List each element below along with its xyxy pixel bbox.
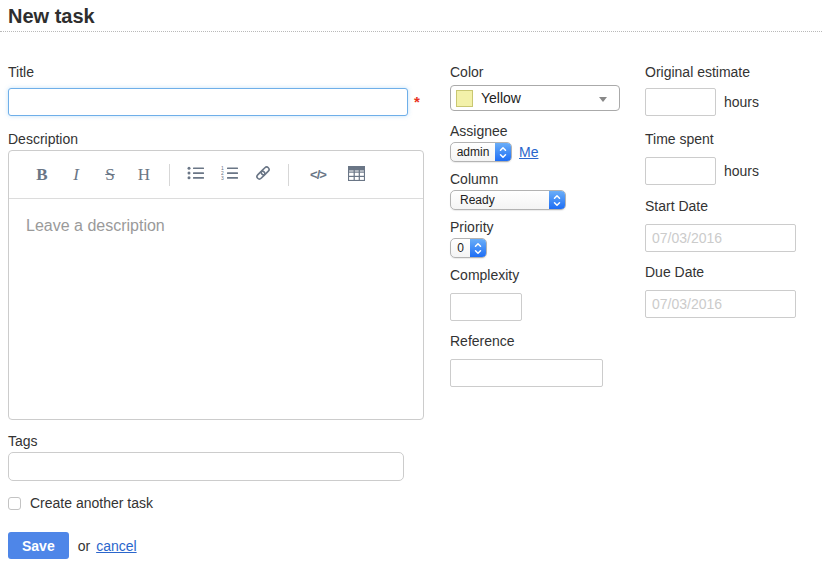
- select-stepper-icon: [470, 239, 486, 257]
- code-button[interactable]: </>: [305, 165, 331, 185]
- color-selected-value: Yellow: [481, 90, 521, 106]
- priority-select[interactable]: 0: [450, 238, 487, 258]
- ordered-list-icon: 123: [221, 165, 238, 184]
- unordered-list-button[interactable]: [186, 165, 204, 185]
- create-another-checkbox[interactable]: [8, 497, 21, 510]
- page-title: New task: [8, 5, 95, 28]
- reference-input[interactable]: [450, 359, 603, 387]
- toolbar-separator: [169, 164, 170, 186]
- ordered-list-button[interactable]: 123: [220, 165, 238, 185]
- assignee-select[interactable]: admin: [450, 142, 512, 162]
- select-stepper-icon: [495, 143, 511, 161]
- reference-label: Reference: [450, 333, 622, 349]
- assignee-me-link[interactable]: Me: [519, 144, 538, 160]
- column-label: Column: [450, 171, 622, 187]
- description-placeholder: Leave a description: [26, 217, 165, 234]
- column-select[interactable]: Ready: [450, 190, 566, 210]
- unordered-list-icon: [187, 165, 204, 184]
- assignee-selected-value: admin: [451, 145, 495, 159]
- svg-text:3: 3: [221, 175, 224, 181]
- cancel-link[interactable]: cancel: [96, 538, 136, 554]
- required-asterisk: *: [414, 93, 420, 110]
- description-editor: B I S H 123 </>: [8, 150, 424, 420]
- editor-toolbar: B I S H 123 </>: [9, 151, 423, 199]
- column-selected-value: Ready: [451, 193, 549, 207]
- new-task-page: New task Title * Description B I S H 123: [0, 0, 822, 569]
- time-spent-label: Time spent: [645, 131, 815, 147]
- complexity-label: Complexity: [450, 267, 622, 283]
- save-button[interactable]: Save: [8, 532, 69, 559]
- original-estimate-unit: hours: [724, 94, 759, 110]
- italic-button[interactable]: I: [67, 165, 85, 185]
- link-button[interactable]: [254, 165, 272, 185]
- link-icon: [254, 165, 272, 184]
- time-spent-unit: hours: [724, 163, 759, 179]
- tags-input[interactable]: [8, 452, 404, 481]
- priority-selected-value: 0: [451, 241, 470, 255]
- tags-label: Tags: [8, 433, 424, 449]
- create-another-row[interactable]: Create another task: [8, 495, 424, 511]
- start-date-input[interactable]: [645, 224, 796, 252]
- middle-column: Color Yellow Assignee admin Me Column Re…: [450, 64, 622, 387]
- bold-button[interactable]: B: [33, 165, 51, 185]
- table-button[interactable]: [347, 165, 365, 185]
- title-label: Title: [8, 64, 424, 80]
- original-estimate-input[interactable]: [645, 88, 716, 116]
- original-estimate-label: Original estimate: [645, 64, 815, 80]
- complexity-input[interactable]: [450, 293, 522, 321]
- create-another-label: Create another task: [30, 495, 153, 511]
- title-input[interactable]: [8, 88, 408, 116]
- due-date-input[interactable]: [645, 290, 796, 318]
- right-column: Original estimate hours Time spent hours…: [645, 64, 815, 318]
- time-spent-input[interactable]: [645, 157, 716, 185]
- left-column: Title * Description B I S H 123: [8, 64, 424, 559]
- color-swatch-yellow: [456, 90, 473, 107]
- heading-button[interactable]: H: [135, 165, 153, 185]
- dropdown-arrow-icon: [599, 97, 607, 102]
- strikethrough-button[interactable]: S: [101, 165, 119, 185]
- color-label: Color: [450, 64, 622, 80]
- select-stepper-icon: [549, 191, 565, 209]
- description-label: Description: [8, 131, 424, 147]
- description-textarea[interactable]: Leave a description: [9, 199, 423, 253]
- toolbar-separator: [288, 164, 289, 186]
- form-actions: Save or cancel: [8, 532, 424, 559]
- assignee-label: Assignee: [450, 123, 622, 139]
- due-date-label: Due Date: [645, 264, 815, 280]
- header-divider: [0, 31, 822, 32]
- or-text: or: [78, 538, 90, 554]
- color-dropdown[interactable]: Yellow: [450, 85, 620, 111]
- start-date-label: Start Date: [645, 198, 815, 214]
- table-icon: [348, 166, 365, 184]
- priority-label: Priority: [450, 219, 622, 235]
